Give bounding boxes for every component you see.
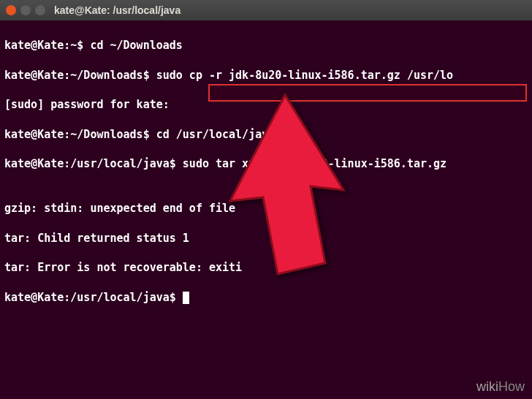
window-title: kate@Kate: /usr/local/java bbox=[54, 4, 180, 16]
terminal-line: kate@Kate:~/Downloads$ sudo cp -r jdk-8u… bbox=[4, 68, 528, 83]
terminal-line: [sudo] password for kate: bbox=[4, 97, 528, 112]
watermark-how: How bbox=[498, 379, 525, 394]
terminal-line: kate@Kate:~$ cd ~/Downloads bbox=[4, 38, 528, 53]
prompt: kate@Kate:/usr/local/java$ bbox=[4, 291, 183, 304]
terminal-line: kate@Kate:/usr/local/java$ bbox=[4, 290, 528, 305]
terminal-line: kate@Kate:~/Downloads$ cd /usr/local/jav… bbox=[4, 127, 528, 142]
minimize-icon[interactable] bbox=[20, 5, 31, 15]
window-titlebar: kate@Kate: /usr/local/java bbox=[0, 0, 532, 20]
command: cd ~/Downloads bbox=[90, 39, 182, 52]
prompt: kate@Kate:~/Downloads$ bbox=[4, 128, 156, 141]
terminal-line: tar: Error is not recoverable: exiti bbox=[4, 260, 528, 275]
watermark-wiki: wiki bbox=[476, 379, 498, 394]
command: cd /usr/local/java bbox=[156, 128, 276, 141]
command: sudo cp -r jdk-8u20-linux-i586.tar.gz /u… bbox=[156, 69, 453, 82]
prompt: kate@Kate:~/Downloads$ bbox=[4, 69, 156, 82]
watermark: wikiHow bbox=[476, 379, 525, 395]
terminal-line: gzip: stdin: unexpected end of file bbox=[4, 201, 528, 216]
terminal-output[interactable]: kate@Kate:~$ cd ~/Downloads kate@Kate:~/… bbox=[0, 20, 532, 322]
terminal-line: tar: Child returned status 1 bbox=[4, 231, 528, 246]
cursor-icon bbox=[183, 292, 189, 304]
terminal-line: kate@Kate:/usr/local/java$ sudo tar xvzf… bbox=[4, 156, 528, 171]
prompt: kate@Kate:/usr/local/java$ bbox=[4, 157, 183, 170]
close-icon[interactable] bbox=[6, 5, 16, 15]
maximize-icon[interactable] bbox=[35, 5, 45, 15]
command: sudo tar xvzf jdk-8u20-linux-i586.tar.gz bbox=[183, 157, 446, 170]
prompt: kate@Kate:~$ bbox=[4, 39, 90, 52]
